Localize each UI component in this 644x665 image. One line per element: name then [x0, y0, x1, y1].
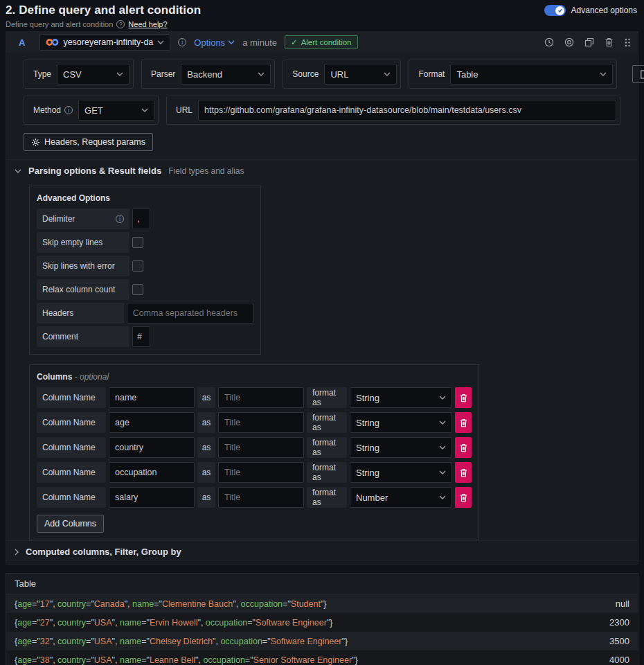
skip-lines-with-error-checkbox[interactable]: [132, 260, 143, 272]
column-format-select[interactable]: String: [350, 462, 452, 483]
delete-column-button[interactable]: [455, 437, 472, 458]
trash-icon: [460, 493, 467, 502]
column-title-input[interactable]: [218, 437, 304, 458]
options-button[interactable]: Options: [194, 37, 235, 48]
column-title-input[interactable]: [218, 462, 304, 483]
duplicate-icon[interactable]: [584, 37, 594, 47]
parser-select[interactable]: Backend: [181, 64, 271, 85]
column-name-label: Column Name: [37, 487, 106, 508]
advanced-options-box: Advanced Options Delimiter i Skip empty …: [29, 186, 261, 355]
headers-input[interactable]: [127, 303, 253, 323]
trash-icon: [460, 393, 467, 402]
add-columns-button[interactable]: Add Columns: [37, 515, 104, 533]
record-target-icon[interactable]: [564, 37, 574, 47]
help-button[interactable]: Help: [632, 65, 644, 83]
column-format-select[interactable]: String: [350, 437, 452, 458]
screen: 2. Define query and alert condition Adva…: [0, 0, 644, 665]
gear-icon: [31, 138, 40, 147]
table-panel-title: Table: [6, 574, 638, 594]
comment-label: Comment: [37, 326, 129, 347]
table-row: {age="32", country="USA", name="Chelsey …: [6, 632, 638, 650]
url-input[interactable]: [198, 100, 616, 121]
column-format-select[interactable]: String: [350, 412, 452, 433]
table-row: {age="17", country="Canada", name="Cleme…: [6, 594, 638, 613]
infinity-datasource-logo: [46, 38, 59, 46]
columns-rows: Column Name as format as String Column N…: [37, 387, 472, 508]
column-name-input[interactable]: [109, 462, 195, 483]
type-select[interactable]: CSV: [57, 64, 129, 85]
column-name-input[interactable]: [109, 387, 195, 408]
drag-handle[interactable]: [624, 38, 631, 47]
chevron-down-icon: [15, 169, 21, 173]
parsing-options-section-header[interactable]: Parsing options & Result fields Field ty…: [6, 159, 638, 181]
check-icon: ✓: [291, 37, 298, 47]
options-info-icon: i: [178, 38, 186, 46]
chevron-down-icon: [439, 420, 446, 425]
datasource-picker[interactable]: yesoreyeram-infinity-da: [39, 34, 170, 51]
comment-input[interactable]: [132, 326, 150, 347]
parsing-options-title: Parsing options & Result fields: [28, 166, 161, 176]
column-title-input[interactable]: [218, 387, 304, 408]
format-field-group: Format Table: [409, 60, 617, 89]
headers-request-params-button[interactable]: Headers, Request params: [24, 133, 153, 151]
computed-columns-section-header[interactable]: Computed columns, Filter, Group by: [6, 540, 638, 564]
format-as-label: format as: [307, 462, 347, 483]
skip-empty-lines-checkbox[interactable]: [132, 237, 143, 248]
url-label: URL: [170, 105, 198, 115]
delete-column-button[interactable]: [455, 387, 472, 408]
relax-column-count-checkbox[interactable]: [132, 284, 143, 295]
column-title-input[interactable]: [218, 412, 304, 433]
advanced-options-toggle[interactable]: [544, 5, 566, 16]
source-select[interactable]: URL: [324, 64, 397, 85]
chevron-down-icon: [439, 495, 446, 499]
source-field-group: Source URL: [283, 60, 401, 89]
column-format-value: String: [356, 468, 433, 478]
format-as-label: format as: [307, 387, 347, 408]
trash-icon: [460, 418, 467, 427]
as-label: as: [197, 412, 215, 433]
time-range-icon[interactable]: [544, 37, 554, 47]
delete-column-button[interactable]: [455, 487, 472, 508]
column-name-input[interactable]: [109, 487, 195, 508]
column-name-input[interactable]: [109, 437, 195, 458]
chevron-right-icon: [15, 549, 19, 556]
column-format-select[interactable]: Number: [350, 487, 452, 508]
parsing-options-subtitle: Field types and alias: [168, 166, 244, 176]
chevron-down-icon: [439, 470, 446, 475]
row-result-value: null: [616, 598, 629, 609]
query-row-header: A yesoreyeram-infinity-da i Options a mi…: [6, 32, 638, 53]
skip-lines-with-error-label: Skip lines with error: [37, 256, 129, 276]
delete-column-button[interactable]: [455, 462, 472, 483]
chevron-down-icon: [228, 40, 235, 44]
column-name-input[interactable]: [109, 412, 195, 433]
skip-empty-lines-label: Skip empty lines: [37, 232, 129, 253]
column-format-value: String: [356, 418, 433, 428]
as-label: as: [197, 437, 215, 458]
table-row: {age="38", country="USA", name="Leanne B…: [6, 650, 638, 665]
trash-icon: [460, 443, 467, 452]
format-select[interactable]: Table: [450, 64, 613, 85]
method-select[interactable]: GET: [78, 100, 154, 121]
row-result-value: 3500: [609, 636, 629, 646]
column-row: Column Name as format as String: [37, 462, 472, 483]
page-subtitle: Define query and alert condition: [6, 20, 113, 28]
column-format-value: Number: [356, 493, 433, 503]
columns-title: Columns: [37, 372, 72, 382]
url-field-group: URL: [166, 96, 620, 125]
format-as-label: format as: [307, 412, 347, 433]
advanced-options-title: Advanced Options: [37, 193, 253, 203]
method-info-icon: i: [64, 106, 73, 114]
document-icon: [640, 70, 644, 79]
column-title-input[interactable]: [218, 487, 304, 508]
advanced-options-label: Advanced options: [571, 6, 637, 15]
query-ref-id: A: [19, 37, 25, 48]
row-result-value: 4000: [609, 655, 629, 665]
delimiter-input[interactable]: [132, 209, 150, 229]
delete-column-button[interactable]: [455, 412, 472, 433]
column-format-select[interactable]: String: [350, 387, 452, 408]
column-row: Column Name as format as Number: [37, 487, 472, 508]
delete-query-icon[interactable]: [605, 37, 614, 47]
need-help-link[interactable]: Need help?: [128, 20, 167, 28]
parser-field-group: Parser Backend: [141, 60, 275, 89]
column-name-label: Column Name: [37, 412, 106, 433]
